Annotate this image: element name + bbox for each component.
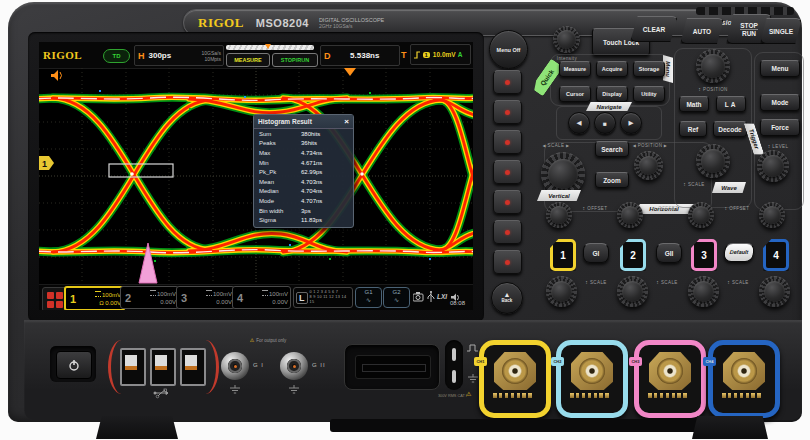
channel-1-input-bnc: CH1 [479,340,551,418]
ch1-offset-knob[interactable] [546,202,572,228]
display-screen: RIGOL TD H 300ps 10GSa/s 10Mpts MEASURE … [39,42,473,310]
ch3-offset-knob[interactable] [688,202,714,228]
coupling-icon [150,290,156,296]
softkey-7[interactable] [493,250,522,274]
softkey-6[interactable] [493,220,522,244]
horizontal-position-knob[interactable] [634,151,663,180]
horizontal-scale-knob[interactable] [541,152,585,196]
gen2-output-bnc [280,352,308,380]
gen1-output-bnc [221,352,249,380]
prev-icon: ◀ [577,119,582,127]
logic-channels-status[interactable]: L 0 1 2 3 4 5 6 7 8 9 10 11 12 13 14 15 [293,287,353,308]
channel-2-button[interactable]: 2 [620,239,646,271]
beeper-icon [51,70,62,81]
storage-button[interactable]: Storage [633,61,665,77]
decode-button[interactable]: Decode [713,121,747,137]
offset-label: OFFSET [718,205,756,211]
trigger-force-button[interactable]: Force [760,119,800,136]
math-button[interactable]: Math [679,96,709,112]
position-marker-icon [265,44,271,49]
trigger-readout[interactable]: T 1 10.0mV A [401,45,471,64]
trigger-mode-button[interactable]: Mode [760,94,800,111]
channel-1-button[interactable]: 1 [550,239,576,271]
base-shadow [330,419,704,432]
h-label: H [138,51,145,61]
camera-icon[interactable] [413,292,424,302]
horizontal-position-label: POSITION [628,143,672,148]
delay-readout[interactable]: D 5.538ns [320,45,400,66]
wave-position-knob[interactable] [696,49,730,83]
clear-button[interactable]: CLEAR [630,16,678,42]
ch1-scale-knob[interactable] [546,276,577,307]
nav-next-button[interactable]: ▶ [620,112,642,134]
softkey-4[interactable] [493,160,522,184]
clock: 08:08 [450,300,465,306]
single-button[interactable]: SINGLE [760,18,802,44]
softkey-1[interactable] [493,70,522,94]
horizontal-readout[interactable]: H 300ps 10GSa/s 10Mpts [134,45,224,66]
channel-1-status[interactable]: 1 100mV Ω 0.00V [64,286,125,310]
ground-icon [467,374,479,383]
softkey-5[interactable] [493,190,522,214]
power-button[interactable] [56,351,92,379]
menu-off-button[interactable]: Menu Off [489,30,528,69]
ch4-offset-knob[interactable] [759,202,785,228]
trigger-menu-button[interactable]: Menu [760,60,800,77]
oscilloscope-front-view: RIGOL MSO8204 DIGITAL OSCILLOSCOPE 2GHz … [0,0,810,440]
channel-4-button[interactable]: 4 [763,239,789,271]
scale-label: SCALE [579,279,613,285]
offset-label: OFFSET [576,205,614,211]
mode-badge[interactable]: TD [103,49,130,63]
ground-icon [288,385,300,394]
trigger-position-icon[interactable] [344,68,356,76]
gen1-button[interactable]: GI [583,243,609,263]
la-label: L [296,292,308,304]
cursor-button[interactable]: Cursor [559,86,591,102]
intensity-knob[interactable] [553,26,580,53]
zoom-button[interactable]: Zoom [595,172,629,188]
square-wave-icon [467,344,479,352]
gen2-button[interactable]: GII [656,243,682,263]
timebase-position-strip[interactable] [226,45,314,50]
wave-scale-knob[interactable] [696,144,730,178]
channel-2-status[interactable]: 2 100mV 0.00V [120,286,179,309]
utility-button[interactable]: Utility [633,86,665,102]
ch3-scale-knob[interactable] [688,276,719,307]
ch2-offset-knob[interactable] [617,202,643,228]
auto-button[interactable]: AUTO [680,18,724,44]
search-button[interactable]: Search [595,141,629,157]
display-button[interactable]: Display [596,86,628,102]
measure-touch-button[interactable]: MEASURE [226,53,270,67]
acquire-button[interactable]: Acquire [596,61,628,77]
histogram-result-panel[interactable]: Histogram Result × Sum380hits Peaks36hit… [253,114,354,228]
softkey-2[interactable] [493,100,522,124]
softkey-3[interactable] [493,130,522,154]
top-status-bar: RIGOL TD H 300ps 10GSa/s 10Mpts MEASURE … [39,42,473,69]
ground-icon [229,385,241,394]
run-state-touch-button[interactable]: STOP/RUN [272,53,318,67]
close-icon[interactable]: × [344,118,349,126]
back-button[interactable]: ▲ Back [491,282,523,314]
nav-prev-button[interactable]: ◀ [568,112,590,134]
nav-stop-button[interactable]: ■ [594,112,616,134]
measure-button[interactable]: Measure [559,61,591,77]
usb-device-icon [427,291,435,303]
channel-3-button[interactable]: 3 [691,239,717,271]
histogram-row: Mode4.707ns [254,196,353,206]
gen1-status-button[interactable]: G1∿ [355,287,382,308]
timebase-value: 300ps [149,51,172,60]
channel-3-status[interactable]: 3 100mV 0.00V [176,286,235,309]
ref-button[interactable]: Ref [679,121,707,137]
ch4-scale-knob[interactable] [759,276,790,307]
power-icon [68,359,80,371]
channel-4-status[interactable]: 4 100mV 0.00V [232,286,291,309]
default-button[interactable]: Default [723,243,755,262]
warning-icon: ⚠ [250,337,254,343]
trigger-level-knob[interactable] [757,150,789,182]
coupling-icon [206,290,212,296]
stop-icon: ■ [603,120,607,127]
ch4-tag: CH4 [703,357,716,366]
gen2-status-button[interactable]: G2∿ [383,287,410,308]
ch2-scale-knob[interactable] [617,276,648,307]
la-button[interactable]: LA [716,96,746,112]
